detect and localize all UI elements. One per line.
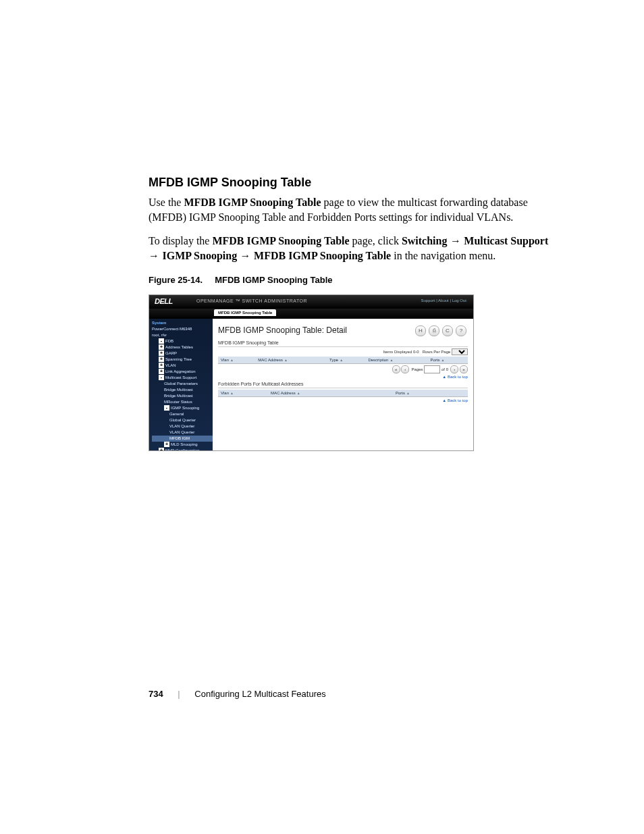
sort-icon: ▲ [284,358,288,362]
forbidden-table: Vlan▲ MAC Address▲ Ports▲ [218,390,468,397]
rows-per-page-select[interactable] [452,348,468,355]
toolbar-icons: H ⎙ C ? [415,325,466,336]
nav-label[interactable]: GARP [165,351,177,355]
nav-item: +MLD Snooping [152,442,213,448]
nav-label[interactable]: IGMP Snooping [171,406,199,410]
snooping-table: Vlan▲ MAC Address▲ Type▲ Description▲ Po… [218,357,468,364]
save-icon[interactable]: H [415,325,426,336]
expand-icon[interactable]: + [159,344,164,350]
active-tab[interactable]: MFDB IGMP Snooping Table [214,309,276,316]
sort-icon: ▲ [297,391,300,395]
nav-tree[interactable]: System PowerConnect M6348 root, r/w -FDB… [149,319,213,450]
content-pane: H ⎙ C ? MFDB IGMP Snooping Table: Detail… [213,319,473,450]
nav-subitem[interactable]: Bridge Multicast [152,393,213,399]
nav-label[interactable]: FDB [165,339,173,343]
chapter-title: Configuring L2 Multicast Features [194,689,325,699]
sort-icon: ▲ [230,391,234,395]
sort-icon: ▲ [441,358,445,362]
nav-item: +Address Tables [152,344,213,350]
collapse-icon[interactable]: - [159,338,164,344]
embedded-screenshot: DELL OPENMANAGE ™ SWITCH ADMINISTRATOR S… [149,294,474,451]
nav-subitem[interactable]: General [152,411,213,417]
nav-root[interactable]: System [152,320,213,326]
text: page, click [350,235,402,246]
refresh-icon[interactable]: C [442,325,453,336]
text: Use the [149,197,184,208]
header-links[interactable]: Support | About | Log Out [421,298,467,303]
nav-label[interactable]: MLD Snooping [171,442,198,446]
divider-icon: | [178,689,180,699]
expand-icon[interactable]: + [159,369,164,374]
col-mac[interactable]: MAC Address▲ [255,357,327,364]
arrow-icon: → [447,235,464,246]
figure-number: Figure 25-14. [149,275,203,285]
app-header: DELL OPENMANAGE ™ SWITCH ADMINISTRATOR S… [149,295,473,309]
expand-icon[interactable]: + [159,448,164,450]
back-to-top-link[interactable]: ▲ Back to top [218,398,468,402]
collapse-icon[interactable]: - [159,375,164,380]
page-input[interactable] [424,365,440,373]
nav-label[interactable]: Multicast Support [165,375,196,380]
nav-subitem[interactable]: Global Querier [152,417,213,423]
col-ports[interactable]: Ports▲ [393,390,468,397]
tab-bar: MFDB IGMP Snooping Table [149,309,473,319]
help-icon[interactable]: ? [456,325,466,336]
col-type[interactable]: Type▲ [327,357,365,364]
sort-icon: ▲ [340,358,343,362]
nav-label[interactable]: VLAN [165,363,176,367]
nav-subitem[interactable]: MRouter Status [152,399,213,405]
nav-label[interactable]: Spanning Tree [165,357,192,361]
expand-icon[interactable]: + [164,442,169,447]
table-meta: Items Displayed 0-0 Rows Per Page [218,348,468,355]
expand-icon[interactable]: + [159,357,164,362]
inline-bold: IGMP Snooping [162,250,237,261]
expand-icon[interactable]: + [159,350,164,356]
document-page: MFDB IGMP Snooping Table Use the MFDB IG… [0,0,644,834]
pager: « ‹ Pages of 0 › » [218,365,468,373]
inline-bold: MFDB IGMP Snooping Table [254,250,391,261]
inline-bold: Multicast Support [464,235,548,246]
nav-subitem[interactable]: Bridge Multicast [152,387,213,393]
nav-selected[interactable]: MFDB IGM [152,436,213,442]
sort-icon: ▲ [390,358,393,362]
intro-paragraph-1: Use the MFDB IGMP Snooping Table page to… [149,195,558,224]
nav-subitem[interactable]: Global Parameters [152,381,213,387]
brand-logo: DELL [155,297,173,305]
nav-user: root, r/w [152,332,213,338]
first-page-button[interactable]: « [392,365,400,373]
expand-icon[interactable]: + [159,363,164,368]
col-vlan[interactable]: Vlan▲ [218,390,268,397]
rows-per-page-label: Rows Per Page [423,350,451,354]
nav-subitem[interactable]: VLAN Querier [152,429,213,436]
nav-item: -FDB [152,338,213,344]
nav-item: -Multicast Support [152,375,213,381]
col-vlan[interactable]: Vlan▲ [218,357,255,364]
section-heading: MFDB IGMP Snooping Table [149,176,558,190]
text: To display the [149,235,212,246]
nav-label[interactable]: MVR Configuration [165,448,200,450]
sort-icon: ▲ [406,391,410,395]
collapse-icon[interactable]: - [164,405,169,411]
prev-page-button[interactable]: ‹ [401,365,409,373]
col-ports[interactable]: Ports▲ [428,357,468,364]
section-label: Forbidden Ports For Multicast Addresses [218,382,468,388]
nav-subitem[interactable]: VLAN Querier [152,423,213,429]
sort-icon: ▲ [230,358,234,362]
inline-bold: MFDB IGMP Snooping Table [212,235,349,246]
text: in the navigation menu. [391,250,495,261]
next-page-button[interactable]: › [450,365,458,373]
nav-item: +VLAN [152,363,213,369]
nav-device: PowerConnect M6348 [152,326,213,332]
col-mac[interactable]: MAC Address▲ [268,390,393,397]
col-desc[interactable]: Description▲ [365,357,427,364]
back-to-top-link[interactable]: ▲ Back to top [218,375,468,379]
nav-subitem: -IGMP Snooping [152,405,213,411]
last-page-button[interactable]: » [460,365,468,373]
nav-item: +Link Aggregation [152,369,213,375]
arrow-icon: → [149,250,162,261]
print-icon[interactable]: ⎙ [429,325,439,336]
page-number: 734 [149,689,163,699]
nav-label[interactable]: Address Tables [165,345,193,349]
nav-label[interactable]: Link Aggregation [165,369,196,373]
section-label: MFDB IGMP Snooping Table [218,340,468,347]
